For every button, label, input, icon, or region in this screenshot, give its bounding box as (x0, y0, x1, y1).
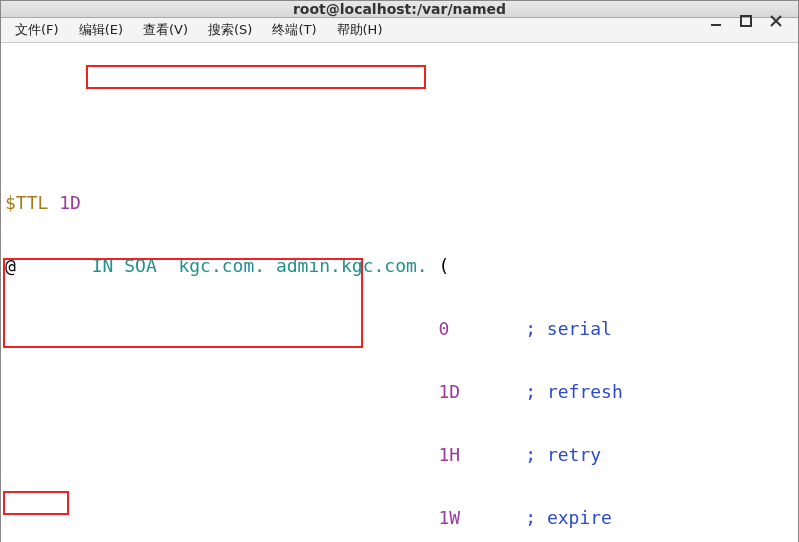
zone-line-refresh: 1D ; refresh (5, 381, 794, 402)
window-title: root@localhost:/var/named (1, 1, 798, 17)
minimize-icon (710, 15, 722, 27)
menu-terminal[interactable]: 终端(T) (262, 18, 326, 42)
terminal-window: root@localhost:/var/named 文件(F) 编辑(E) 查看… (0, 0, 799, 542)
menubar: 文件(F) 编辑(E) 查看(V) 搜索(S) 终端(T) 帮助(H) (1, 18, 798, 43)
maximize-icon (740, 15, 752, 27)
menu-help[interactable]: 帮助(H) (327, 18, 393, 42)
minimize-button[interactable] (708, 13, 724, 29)
close-icon (770, 15, 782, 27)
zone-line-serial: 0 ; serial (5, 318, 794, 339)
window-controls (708, 1, 792, 41)
menu-file[interactable]: 文件(F) (5, 18, 69, 42)
zone-line-soa: @ IN SOA kgc.com. admin.kgc.com. ( (5, 255, 794, 276)
terminal-content[interactable]: $TTL 1D @ IN SOA kgc.com. admin.kgc.com.… (1, 43, 798, 542)
maximize-button[interactable] (738, 13, 754, 29)
menu-view[interactable]: 查看(V) (133, 18, 198, 42)
svg-rect-1 (741, 16, 751, 26)
titlebar: root@localhost:/var/named (1, 1, 798, 18)
menu-search[interactable]: 搜索(S) (198, 18, 262, 42)
zone-line-ttl: $TTL 1D (5, 192, 794, 213)
zone-line-retry: 1H ; retry (5, 444, 794, 465)
close-button[interactable] (768, 13, 784, 29)
highlight-box-soa (86, 65, 426, 89)
menu-edit[interactable]: 编辑(E) (69, 18, 133, 42)
zone-line-expire: 1W ; expire (5, 507, 794, 528)
